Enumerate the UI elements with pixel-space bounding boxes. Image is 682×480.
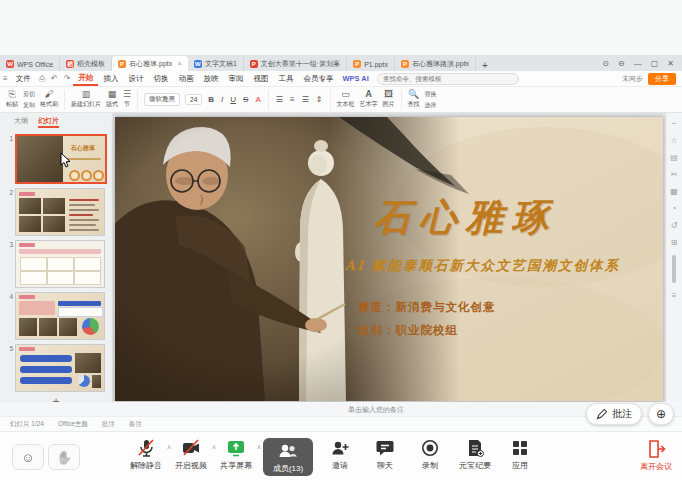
collapse-icon[interactable]: −: [672, 119, 677, 128]
bold-button[interactable]: B: [207, 95, 215, 104]
record-button[interactable]: 录制: [412, 438, 448, 471]
menu-file[interactable]: 文件: [11, 74, 36, 84]
menu-insert[interactable]: 插入: [98, 74, 123, 84]
font-color-button[interactable]: A: [254, 95, 261, 104]
font-size-select[interactable]: 24: [185, 94, 202, 105]
notes-toggle[interactable]: 备注: [129, 420, 142, 429]
color-pane-icon[interactable]: ◔: [672, 204, 677, 213]
leave-meeting-button[interactable]: 离开会议: [640, 439, 672, 472]
tab-plan-presentation[interactable]: P 文创大赛第十一组·策划案: [244, 57, 347, 71]
close-icon[interactable]: ✕: [667, 59, 674, 68]
comments-toggle[interactable]: 批注: [102, 420, 115, 429]
history-icon[interactable]: ↺: [671, 221, 678, 230]
members-button[interactable]: 成员(13): [263, 438, 313, 476]
paste-button[interactable]: ⎘ 粘贴: [6, 90, 18, 109]
current-slide[interactable]: 石心雅琢 AI 赋能泰顺石新大众文艺国潮文创体系 赛道：新消费与文化创意 组别：…: [115, 117, 663, 401]
chat-button[interactable]: 聊天: [367, 438, 403, 471]
slide-canvas[interactable]: 石心雅琢 AI 赋能泰顺石新大众文艺国潮文创体系 赛道：新消费与文化创意 组别：…: [113, 113, 665, 402]
wordart-button[interactable]: 𝐀 艺术字: [360, 90, 378, 109]
skin-icon[interactable]: ⊖: [618, 59, 625, 68]
textbox-button[interactable]: ▭ 文本框: [337, 90, 355, 109]
zoom-button[interactable]: ⊕: [648, 403, 674, 425]
strikethrough-button[interactable]: S: [242, 95, 249, 104]
line-spacing-icon[interactable]: ⇕: [315, 95, 324, 104]
layout-button[interactable]: ▦ 版式: [106, 90, 118, 109]
start-video-button[interactable]: 开启视频 ˄: [173, 438, 209, 471]
slide-thumbnail-4[interactable]: [15, 292, 105, 340]
menu-home[interactable]: 开始: [73, 71, 98, 86]
tab-roadshow-presentation[interactable]: P 石心雅琢路演.pptx: [395, 57, 476, 71]
command-search-input[interactable]: [377, 73, 519, 85]
menu-review[interactable]: 审阅: [223, 74, 248, 84]
menu-transition[interactable]: 切换: [148, 74, 173, 84]
raise-hand-button[interactable]: ✋: [48, 444, 80, 470]
section-button[interactable]: ☰ 节: [123, 90, 131, 109]
menu-view[interactable]: 视图: [248, 74, 273, 84]
chat-label: 聊天: [377, 460, 393, 471]
crop-icon[interactable]: ✂: [671, 170, 678, 179]
tab-docer[interactable]: 稻 稻壳模板: [60, 57, 112, 71]
replace-button[interactable]: 替换: [425, 90, 437, 99]
properties-icon[interactable]: ☆: [670, 136, 677, 145]
notes-input-hint[interactable]: 单击输入您的备注: [348, 405, 404, 415]
tab-outline[interactable]: 大纲: [14, 116, 28, 128]
slide-title[interactable]: 石心雅琢: [312, 193, 619, 243]
select-button[interactable]: 选择: [425, 101, 437, 110]
format-painter-button[interactable]: 🖌 格式刷: [40, 90, 58, 109]
apps-pane-icon[interactable]: ⊞: [671, 238, 678, 247]
minimize-icon[interactable]: —: [634, 59, 642, 68]
tab-p1-presentation[interactable]: P P1.pptx: [347, 57, 395, 71]
slide-thumbnail-5[interactable]: [15, 344, 105, 392]
menu-tools[interactable]: 工具: [273, 74, 298, 84]
apps-button[interactable]: 应用: [502, 438, 538, 471]
invite-button[interactable]: 邀请: [322, 438, 358, 471]
emoji-reaction-button[interactable]: ☺: [12, 444, 44, 470]
menu-slideshow[interactable]: 放映: [198, 74, 223, 84]
ai-minutes-button[interactable]: 元宝纪要: [457, 438, 493, 471]
align-right-icon[interactable]: ☰: [301, 95, 310, 104]
tab-wps-home[interactable]: W WPS Office: [0, 57, 60, 71]
share-button[interactable]: 分享: [648, 73, 676, 85]
new-slide-button[interactable]: ▥ 新建幻灯片: [71, 90, 101, 109]
layout-pane-icon[interactable]: ▦: [670, 187, 678, 196]
menu-member[interactable]: 会员专享: [298, 74, 338, 84]
slide-subtitle[interactable]: AI 赋能泰顺石新大众文艺国潮文创体系: [312, 257, 652, 275]
share-screen-button[interactable]: 共享屏幕 ˄: [218, 438, 254, 471]
menu-design[interactable]: 设计: [123, 74, 148, 84]
slide-group-line[interactable]: 组别：职业院校组: [358, 323, 458, 338]
wps-ai-button[interactable]: WPS AI: [338, 74, 372, 83]
unmute-button[interactable]: 解除静音 ˄: [128, 438, 164, 471]
align-center-icon[interactable]: ≡: [289, 95, 296, 104]
chevron-up-icon[interactable]: ˄: [257, 444, 261, 451]
underline-button[interactable]: U: [229, 95, 237, 104]
tab-writer-doc[interactable]: W 文字文稿1: [188, 57, 244, 71]
slide-thumbnail-2[interactable]: [15, 188, 105, 236]
chevron-up-icon[interactable]: ˄: [167, 444, 171, 451]
assistant-icon[interactable]: ⊙: [602, 59, 609, 68]
copy-button[interactable]: 复制: [23, 101, 35, 110]
more-tools-icon[interactable]: ≡: [672, 291, 677, 300]
font-name-select[interactable]: 微软雅黑: [144, 93, 180, 106]
annotate-button[interactable]: 批注: [586, 403, 642, 425]
slide-number: 5: [0, 344, 15, 352]
picture-button[interactable]: 🖼 图片: [383, 90, 395, 109]
animation-pane-icon[interactable]: ▤: [670, 153, 678, 162]
cut-button[interactable]: 剪切: [23, 90, 35, 99]
align-left-icon[interactable]: ☰: [275, 95, 284, 104]
scrollbar-thumb[interactable]: [672, 255, 676, 283]
save-icon[interactable]: ⎙: [36, 74, 48, 84]
new-tab-button[interactable]: +: [476, 60, 494, 71]
maximize-icon[interactable]: ▢: [651, 59, 659, 68]
slide-track-line[interactable]: 赛道：新消费与文化创意: [358, 300, 496, 315]
slide-thumbnail-3[interactable]: [15, 240, 105, 288]
menu-animation[interactable]: 动画: [173, 74, 198, 84]
hamburger-icon[interactable]: ≡: [0, 74, 11, 83]
undo-icon[interactable]: ↶: [48, 74, 61, 83]
italic-button[interactable]: I: [220, 95, 224, 104]
tab-slides[interactable]: 幻灯片: [38, 116, 59, 128]
tab-active-presentation[interactable]: P 石心雅琢.pptx ×: [112, 56, 188, 71]
chevron-up-icon[interactable]: ˄: [212, 444, 216, 451]
redo-icon[interactable]: ↷: [61, 74, 74, 83]
find-button[interactable]: 🔍 查找: [408, 90, 420, 109]
close-tab-icon[interactable]: ×: [177, 59, 182, 68]
